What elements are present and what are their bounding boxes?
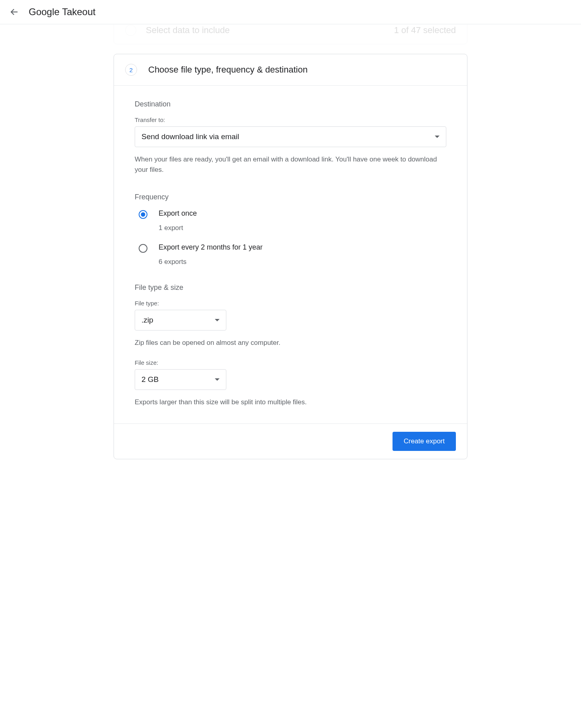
file-type-label: File type: [135,300,446,307]
chevron-down-icon [435,136,440,138]
frequency-option-every-2-months[interactable]: Export every 2 months for 1 year 6 expor… [135,243,446,266]
frequency-heading: Frequency [135,193,446,201]
file-size-value: 2 GB [141,375,159,384]
file-type-value: .zip [141,316,153,325]
step2-title: Choose file type, frequency & destinatio… [148,65,308,75]
file-type-select[interactable]: .zip [135,310,226,331]
frequency-radio-group: Export once 1 export Export every 2 mont… [135,209,446,266]
chevron-down-icon [215,319,220,321]
frequency-option-label: Export every 2 months for 1 year [159,243,446,252]
step2-header: 2 Choose file type, frequency & destinat… [114,54,467,86]
app-bar: Google Takeout [0,0,581,24]
file-size-label: File size: [135,359,446,366]
file-type-help-text: Zip files can be opened on almost any co… [135,338,446,348]
step2-number: 2 [130,67,133,73]
file-size-help-text: Exports larger than this size will be sp… [135,397,446,407]
filetype-heading: File type & size [135,283,446,292]
frequency-option-export-once[interactable]: Export once 1 export [135,209,446,232]
step1-status: 1 of 47 selected [394,25,456,35]
destination-help-text: When your files are ready, you'll get an… [135,154,446,175]
radio-icon[interactable] [139,244,147,253]
frequency-option-sublabel: 1 export [159,224,446,232]
back-arrow-icon[interactable] [10,7,19,17]
step2-footer: Create export [114,423,467,459]
file-size-select[interactable]: 2 GB [135,369,226,390]
step1-badge [125,25,136,36]
create-export-button[interactable]: Create export [393,432,456,451]
step2-card: 2 Choose file type, frequency & destinat… [114,54,467,459]
transfer-to-select[interactable]: Send download link via email [135,126,446,147]
radio-icon[interactable] [139,210,147,219]
destination-heading: Destination [135,100,446,108]
app-title: Google Takeout [29,6,96,18]
frequency-option-sublabel: 6 exports [159,258,446,266]
transfer-to-value: Send download link via email [141,132,239,141]
chevron-down-icon [215,378,220,381]
step2-badge: 2 [125,64,137,76]
transfer-to-label: Transfer to: [135,116,446,123]
step1-title: Select data to include [146,25,230,35]
frequency-option-label: Export once [159,209,446,218]
